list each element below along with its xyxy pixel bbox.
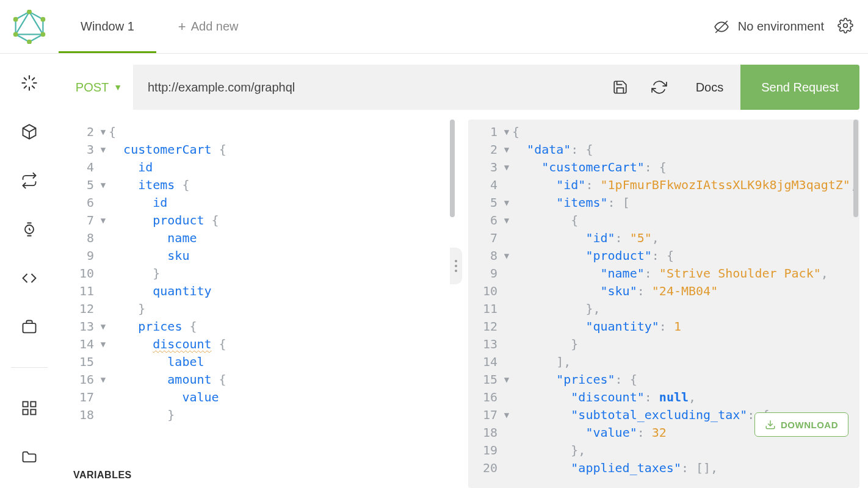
svg-point-6: [13, 32, 18, 37]
fold-toggle: [501, 424, 512, 442]
fold-toggle[interactable]: ▼: [98, 212, 109, 229]
code-content: value: [109, 389, 219, 406]
code-content: "sku": "24-MB04": [512, 282, 718, 300]
settings-button[interactable]: [837, 18, 853, 36]
fold-toggle[interactable]: ▼: [98, 336, 109, 353]
fold-toggle[interactable]: ▼: [501, 141, 512, 159]
editors-row: 2▼{3▼ customerCart {4 id5▼ items {6 id7▼…: [65, 120, 859, 488]
fold-toggle[interactable]: ▼: [501, 247, 512, 265]
code-content: "id": "5",: [512, 229, 659, 247]
fold-toggle[interactable]: ▼: [98, 371, 109, 389]
fold-toggle: [98, 159, 109, 176]
code-content: "product": {: [512, 247, 674, 265]
save-request-button[interactable]: [601, 65, 640, 110]
fold-toggle[interactable]: ▼: [501, 406, 512, 424]
line-number: 17: [73, 389, 98, 406]
code-content: "name": "Strive Shoulder Pack",: [512, 265, 828, 282]
svg-rect-23: [31, 409, 35, 414]
endpoint-url-input[interactable]: [133, 65, 601, 110]
rail-folder-icon[interactable]: [21, 448, 38, 465]
code-line: 9 "name": "Strive Shoulder Pack",: [468, 265, 859, 282]
app-body: POST ▼ Docs Send Request 2▼{3▼ custom: [0, 54, 868, 488]
code-line: 19 },: [468, 442, 859, 459]
download-response-button[interactable]: DOWNLOAD: [754, 412, 848, 437]
line-number: 2: [477, 141, 501, 159]
fold-toggle: [501, 300, 512, 318]
code-content: quantity: [109, 282, 212, 300]
query-editor[interactable]: 2▼{3▼ customerCart {4 id5▼ items {6 id7▼…: [65, 120, 456, 465]
rail-briefcase-icon[interactable]: [21, 318, 38, 336]
fold-toggle[interactable]: ▼: [501, 371, 512, 389]
fold-toggle: [98, 282, 109, 300]
code-content: customerCart {: [109, 141, 226, 159]
rail-grid-icon[interactable]: [21, 400, 38, 417]
fold-toggle: [98, 389, 109, 406]
code-line: 18 }: [65, 406, 456, 424]
fold-toggle[interactable]: ▼: [501, 159, 512, 176]
code-content: }: [109, 265, 160, 282]
code-content: "value": 32: [512, 424, 667, 442]
code-content: id: [109, 159, 153, 176]
code-content: "prices": {: [512, 371, 637, 389]
rail-code-icon[interactable]: [21, 270, 38, 287]
environment-selector[interactable]: No environment: [714, 19, 824, 35]
code-content: product {: [109, 212, 219, 229]
code-content: }: [109, 300, 145, 318]
rail-cube-icon[interactable]: [21, 123, 38, 140]
code-content: "quantity": 1: [512, 318, 681, 336]
line-number: 9: [477, 265, 501, 282]
reload-schema-button[interactable]: [640, 65, 679, 110]
line-number: 16: [477, 389, 501, 406]
code-content: "items": [: [512, 194, 630, 212]
code-content: "id": "1pFmurBFkwozIAtssXLK9k8jgM3qagtZ"…: [512, 176, 858, 194]
line-number: 3: [73, 141, 98, 159]
send-request-button[interactable]: Send Request: [740, 65, 859, 110]
line-number: 13: [73, 318, 98, 336]
code-line: 20 "applied_taxes": [],: [468, 459, 859, 477]
line-number: 14: [73, 336, 98, 353]
fold-toggle[interactable]: ▼: [98, 123, 109, 141]
tab-window-1[interactable]: Window 1: [59, 0, 156, 53]
rail-loading-icon[interactable]: [21, 74, 38, 92]
rail-watch-icon[interactable]: [21, 221, 38, 238]
http-method-selector[interactable]: POST ▼: [65, 65, 133, 110]
variables-section-header[interactable]: VARIABLES: [65, 465, 456, 488]
code-line: 7 "id": "5",: [468, 229, 859, 247]
code-content: label: [109, 353, 204, 371]
line-number: 8: [73, 229, 98, 247]
send-label: Send Request: [761, 81, 839, 95]
rail-repeat-icon[interactable]: [21, 172, 38, 189]
code-line: 7▼ product {: [65, 212, 456, 229]
line-number: 18: [73, 406, 98, 424]
line-number: 17: [477, 406, 501, 424]
app-logo: [0, 10, 59, 44]
code-line: 11 quantity: [65, 282, 456, 300]
fold-toggle[interactable]: ▼: [501, 194, 512, 212]
code-line: 3▼ customerCart {: [65, 141, 456, 159]
fold-toggle[interactable]: ▼: [98, 318, 109, 336]
download-label: DOWNLOAD: [781, 420, 838, 430]
code-content: amount {: [109, 371, 226, 389]
fold-toggle[interactable]: ▼: [501, 212, 512, 229]
fold-toggle: [501, 336, 512, 353]
fold-toggle: [98, 300, 109, 318]
fold-toggle[interactable]: ▼: [98, 176, 109, 194]
line-number: 10: [73, 265, 98, 282]
pane-resize-handle[interactable]: [450, 248, 462, 284]
docs-button[interactable]: Docs: [679, 65, 741, 110]
fold-toggle[interactable]: ▼: [98, 141, 109, 159]
fold-toggle[interactable]: ▼: [501, 123, 512, 141]
line-number: 3: [477, 159, 501, 176]
code-content: "data": {: [512, 141, 593, 159]
svg-point-3: [40, 16, 45, 21]
fold-toggle: [501, 318, 512, 336]
code-line: 8▼ "product": {: [468, 247, 859, 265]
svg-line-17: [32, 78, 34, 80]
line-number: 6: [477, 212, 501, 229]
window-tabs: Window 1 + Add new: [59, 0, 261, 53]
tab-add-new[interactable]: + Add new: [156, 0, 261, 53]
code-line: 15▼ "prices": {: [468, 371, 859, 389]
gear-icon: [837, 18, 853, 34]
fold-toggle: [501, 176, 512, 194]
add-new-label: Add new: [191, 20, 239, 34]
